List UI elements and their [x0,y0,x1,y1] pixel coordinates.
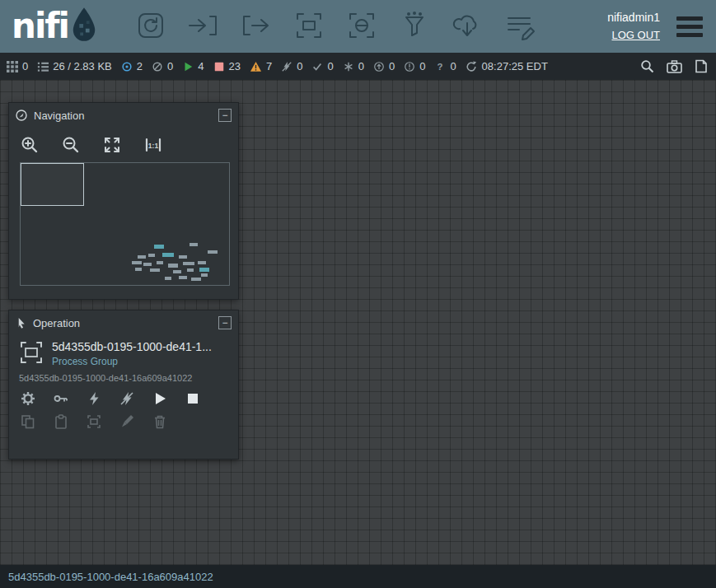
stat-invalid: 7 [250,60,272,72]
stat-disabled: 0 [281,60,302,72]
snapshot-button[interactable] [667,60,682,73]
running-count: 4 [198,60,204,72]
operation-collapse-button[interactable]: − [218,316,232,329]
svg-text:?: ? [438,61,443,71]
start-button[interactable] [152,391,167,406]
minimap-component-block [165,277,171,280]
operation-panel-header: Operation − [9,310,238,335]
navigation-panel: Navigation − [8,102,239,300]
stat-running: 4 [182,60,204,72]
not-transmitting-icon [152,61,163,72]
camera-icon [667,60,682,73]
component-toolbar [133,10,538,43]
nifi-logo: nifi [12,7,98,46]
minimap-component-block [138,255,146,259]
remote-process-group-icon[interactable] [344,10,380,43]
disable-button[interactable] [119,391,134,406]
locally-modified-stale-icon [404,61,415,72]
navigation-collapse-button[interactable]: − [218,109,232,122]
hand-pointer-icon [16,317,26,329]
stat-transmitting: 2 [121,60,143,72]
minimap-component-block [150,268,160,272]
minimap-component-block [190,243,198,246]
zoom-fit-button[interactable] [101,134,123,156]
global-menu-button[interactable] [675,13,704,40]
process-group-icon[interactable] [291,10,327,43]
active-threads-icon [7,61,18,72]
stopped-count: 23 [229,60,241,72]
transmitting-count: 2 [137,60,143,72]
refresh-area: 08:27:25 EDT [466,60,548,72]
note-icon [695,59,708,73]
minimap-component-block [135,268,142,271]
operation-actions-row2 [9,406,238,429]
output-port-icon[interactable] [238,10,274,43]
stat-stopped: 23 [213,60,241,72]
username: nifiadmin1 [607,10,660,26]
stop-button[interactable] [185,391,200,406]
minimap-component-block [183,262,194,265]
selected-component-texts: 5d4355db-0195-1000-de41-1... Process Gro… [52,340,212,367]
nifi-droplet-icon [70,7,98,46]
template-icon[interactable] [449,10,485,43]
refresh-icon[interactable] [466,61,477,72]
access-policies-button[interactable] [54,391,68,406]
actual-size-button[interactable]: 1:1 [143,134,164,156]
compass-icon [16,110,27,121]
stat-active-threads: 0 [7,60,28,72]
enable-button[interactable] [87,391,101,406]
navigation-panel-header: Navigation − [9,103,238,128]
processor-icon[interactable] [133,10,169,43]
user-block: nifiadmin1 LOG OUT [607,10,660,43]
stat-sync-failure: ? 0 [434,60,456,72]
flow-status-note-button[interactable] [695,59,708,73]
configure-button[interactable] [21,391,35,406]
queued-icon [37,61,49,72]
up-to-date-count: 0 [327,60,333,72]
not-transmitting-count: 0 [167,60,173,72]
minimap-component-block [201,273,208,277]
stale-icon [373,61,385,72]
search-icon [640,59,654,73]
transmitting-icon [121,61,133,72]
label-icon[interactable] [502,10,538,43]
zoom-in-button[interactable] [19,134,40,156]
search-button[interactable] [640,59,654,73]
locally-modified-icon [343,61,354,72]
stat-up-to-date: 0 [311,60,333,72]
flow-canvas[interactable]: Navigation − [0,80,716,565]
status-bar: 0 26 / 2.83 KB 2 0 4 [0,53,716,80]
input-port-icon[interactable] [185,10,222,43]
copy-button[interactable] [21,414,35,429]
minimap[interactable] [20,162,230,286]
group-button[interactable] [87,414,101,429]
minimap-viewport[interactable] [21,163,84,206]
navigation-toolbar: 1:1 [9,128,238,161]
disabled-count: 0 [297,60,302,72]
stopped-icon [213,61,225,72]
refresh-time: 08:27:25 EDT [482,60,548,72]
change-color-button[interactable] [119,414,134,429]
navigation-panel-title: Navigation [34,110,84,122]
running-icon [182,61,194,72]
locally-modified-stale-count: 0 [419,60,425,72]
delete-button[interactable] [152,414,167,429]
selected-component-id: 5d4355db-0195-1000-de41-16a609a41022 [9,368,238,383]
disabled-icon [281,61,292,72]
minimap-component-block [179,255,187,259]
minimap-component-block [162,253,174,257]
operation-panel-title: Operation [33,317,80,329]
selected-component-name: 5d4355db-0195-1000-de41-1... [52,340,212,353]
sync-failure-count: 0 [450,60,456,72]
operation-panel: Operation − 5d4355db-0195-1000-de41-1...… [8,310,239,460]
paste-button[interactable] [54,414,68,429]
active-threads-count: 0 [22,60,28,72]
sync-failure-icon: ? [434,61,446,72]
funnel-icon[interactable] [396,10,433,43]
invalid-count: 7 [266,60,272,72]
stat-queued: 26 / 2.83 KB [37,60,112,72]
logout-link[interactable]: LOG OUT [611,28,660,43]
zoom-out-button[interactable] [60,134,82,156]
minimap-component-block [187,268,194,272]
selected-component: 5d4355db-0195-1000-de41-1... Process Gro… [9,335,238,368]
